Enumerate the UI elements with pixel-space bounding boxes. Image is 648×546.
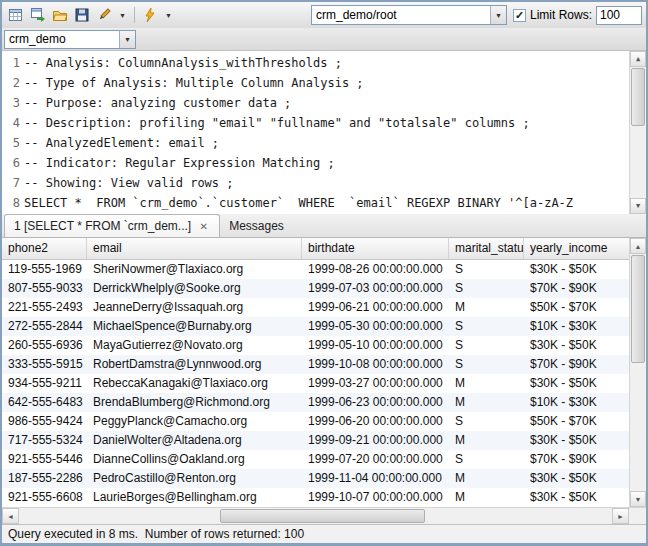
- execute-dropdown-icon[interactable]: ▼: [162, 12, 175, 19]
- scroll-up-icon[interactable]: ▲: [630, 51, 646, 67]
- table-row[interactable]: 119-555-1969SheriNowmer@Tlaxiaco.org1999…: [2, 260, 629, 279]
- table-row[interactable]: 272-555-2844MichaelSpence@Burnaby.org199…: [2, 317, 629, 336]
- cell: PedroCastillo@Renton.org: [87, 469, 302, 488]
- editor-scrollbar-thumb[interactable]: [631, 68, 645, 126]
- cell: DianneCollins@Oakland.org: [87, 450, 302, 469]
- cell: M: [449, 469, 524, 488]
- edit-icon[interactable]: [94, 5, 114, 25]
- limit-rows-label: Limit Rows:: [530, 8, 592, 22]
- tab-label: 1 [SELECT * FROM `crm_dem...]: [14, 219, 191, 233]
- column-header-marital_status[interactable]: marital_status: [449, 238, 524, 259]
- edit-dropdown-icon[interactable]: ▼: [116, 12, 129, 19]
- scroll-up-icon[interactable]: ▲: [630, 238, 646, 254]
- new-sql-editor-icon[interactable]: [6, 5, 26, 25]
- chevron-down-icon[interactable]: ▼: [119, 31, 135, 48]
- column-header-phone2[interactable]: phone2: [2, 238, 87, 259]
- cell: 1999-05-10 00:00:00.000: [302, 336, 449, 355]
- code-line: -- Showing: View valid rows ;: [24, 173, 646, 193]
- cell: $70K - $90K: [524, 279, 629, 298]
- cell: 1999-05-30 00:00:00.000: [302, 317, 449, 336]
- cell: 187-555-2286: [2, 469, 87, 488]
- cell: 1999-07-03 00:00:00.000: [302, 279, 449, 298]
- line-number: 8: [2, 193, 20, 213]
- cell: 119-555-1969: [2, 260, 87, 279]
- database-toolbar: crm_demo ▼: [2, 28, 646, 50]
- table-row[interactable]: 260-555-6936MayaGutierrez@Novato.org1999…: [2, 336, 629, 355]
- code-area[interactable]: -- Analysis: ColumnAnalysis_withThreshol…: [24, 51, 646, 214]
- table-row[interactable]: 921-555-5446DianneCollins@Oakland.org199…: [2, 450, 629, 469]
- cell: 1999-11-04 00:00:00.000: [302, 469, 449, 488]
- cell: RobertDamstra@Lynnwood.org: [87, 355, 302, 374]
- cell: $30K - $50K: [524, 488, 629, 507]
- table-row[interactable]: 934-555-9211RebeccaKanagaki@Tlaxiaco.org…: [2, 374, 629, 393]
- open-folder-icon[interactable]: [50, 5, 70, 25]
- editor-vertical-scrollbar[interactable]: ▲ ▼: [629, 51, 646, 214]
- results-horizontal-scrollbar[interactable]: ◄ ►: [2, 507, 646, 524]
- database-combo[interactable]: crm_demo ▼: [4, 30, 136, 49]
- toolbar-separator: [134, 7, 135, 23]
- cell: S: [449, 412, 524, 431]
- table-row[interactable]: 221-555-2493JeanneDerry@Issaquah.org1999…: [2, 298, 629, 317]
- cell: 1999-09-21 00:00:00.000: [302, 431, 449, 450]
- tab-messages[interactable]: Messages: [220, 214, 293, 237]
- cell: M: [449, 488, 524, 507]
- table-row[interactable]: 986-555-9424PeggyPlanck@Camacho.org1999-…: [2, 412, 629, 431]
- cell: M: [449, 393, 524, 412]
- table-row[interactable]: 642-555-6483BrendaBlumberg@Richmond.org1…: [2, 393, 629, 412]
- cell: $30K - $50K: [524, 374, 629, 393]
- limit-rows-input[interactable]: [596, 6, 642, 25]
- column-header-email[interactable]: email: [87, 238, 302, 259]
- line-number: 1: [2, 53, 20, 73]
- results-grid: phone2emailbirthdatemarital_statusyearly…: [2, 238, 646, 507]
- cell: 807-555-9033: [2, 279, 87, 298]
- code-line: -- AnalyzedElement: email ;: [24, 133, 646, 153]
- column-header-birthdate[interactable]: birthdate: [302, 238, 449, 259]
- cell: S: [449, 260, 524, 279]
- execute-icon[interactable]: [140, 5, 160, 25]
- cell: $30K - $50K: [524, 469, 629, 488]
- cell: PeggyPlanck@Camacho.org: [87, 412, 302, 431]
- cell: 1999-10-08 00:00:00.000: [302, 355, 449, 374]
- table-row[interactable]: 333-555-5915RobertDamstra@Lynnwood.org19…: [2, 355, 629, 374]
- status-bar: Query executed in 8 ms. Number of rows r…: [2, 524, 646, 543]
- column-header-yearly_income[interactable]: yearly_income: [524, 238, 629, 259]
- cell: M: [449, 431, 524, 450]
- chevron-down-icon[interactable]: ▼: [490, 6, 506, 24]
- save-icon[interactable]: [72, 5, 92, 25]
- table-row[interactable]: 717-555-5324DanielWolter@Altadena.org199…: [2, 431, 629, 450]
- tab-result-1[interactable]: 1 [SELECT * FROM `crm_dem...] ✕: [4, 214, 220, 237]
- horizontal-scrollbar-thumb[interactable]: [220, 509, 425, 523]
- cell: 1999-08-26 00:00:00.000: [302, 260, 449, 279]
- status-text: Query executed in 8 ms. Number of rows r…: [8, 527, 304, 541]
- results-header-row: phone2emailbirthdatemarital_statusyearly…: [2, 238, 629, 260]
- scroll-right-icon[interactable]: ►: [612, 508, 629, 524]
- table-row[interactable]: 921-555-6608LaurieBorges@Bellingham.org1…: [2, 488, 629, 507]
- cell: $30K - $50K: [524, 260, 629, 279]
- cell: $50K - $70K: [524, 298, 629, 317]
- cell: RebeccaKanagaki@Tlaxiaco.org: [87, 374, 302, 393]
- cell: 1999-06-20 00:00:00.000: [302, 412, 449, 431]
- cell: 333-555-5915: [2, 355, 87, 374]
- cell: MichaelSpence@Burnaby.org: [87, 317, 302, 336]
- cell: 1999-06-21 00:00:00.000: [302, 298, 449, 317]
- tab-close-icon[interactable]: ✕: [197, 220, 210, 233]
- export-table-icon[interactable]: [28, 5, 48, 25]
- results-vertical-scrollbar[interactable]: ▲ ▼: [629, 238, 646, 507]
- cell: 221-555-2493: [2, 298, 87, 317]
- line-number: 7: [2, 173, 20, 193]
- scroll-left-icon[interactable]: ◄: [2, 508, 19, 524]
- results-scrollbar-thumb[interactable]: [631, 255, 645, 363]
- cell: $70K - $90K: [524, 450, 629, 469]
- connection-combo-value: crm_demo/root: [312, 8, 490, 22]
- scroll-down-icon[interactable]: ▼: [630, 491, 646, 507]
- scroll-down-icon[interactable]: ▼: [630, 198, 646, 214]
- line-number: 4: [2, 113, 20, 133]
- connection-combo[interactable]: crm_demo/root ▼: [311, 5, 507, 25]
- table-row[interactable]: 187-555-2286PedroCastillo@Renton.org1999…: [2, 469, 629, 488]
- table-row[interactable]: 807-555-9033DerrickWhelply@Sooke.org1999…: [2, 279, 629, 298]
- sql-editor[interactable]: 12345678 -- Analysis: ColumnAnalysis_wit…: [2, 50, 646, 214]
- limit-rows-checkbox[interactable]: ✓: [513, 9, 526, 22]
- code-line: -- Description: profiling "email" "fulln…: [24, 113, 646, 133]
- cell: 934-555-9211: [2, 374, 87, 393]
- cell: 1999-07-20 00:00:00.000: [302, 450, 449, 469]
